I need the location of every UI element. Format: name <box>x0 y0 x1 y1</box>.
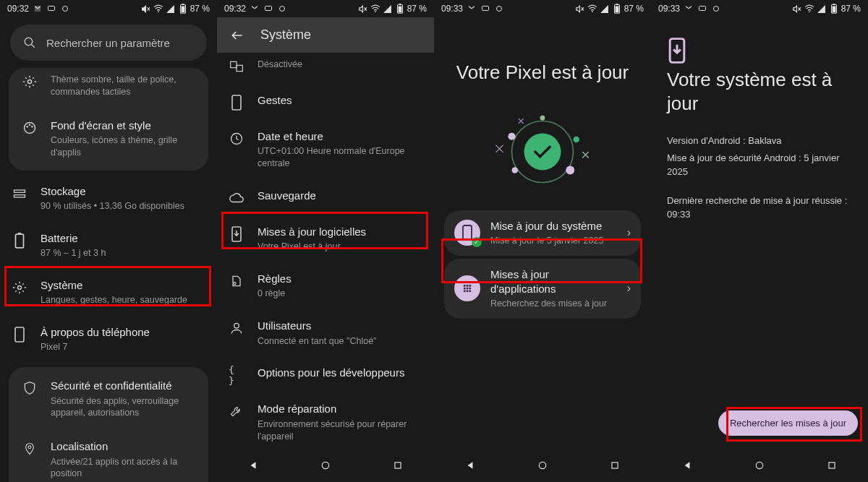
panel-updates: 09:33 87 % Votre Pixel est à jour <box>434 0 651 482</box>
signal-icon <box>383 4 393 14</box>
users-title: Utilisateurs <box>258 319 422 333</box>
svg-point-11 <box>29 124 31 126</box>
item-backup[interactable]: Sauvegarde <box>217 179 434 215</box>
clock-icon <box>229 131 244 147</box>
svg-point-22 <box>280 7 285 12</box>
backup-title: Sauvegarde <box>258 189 422 203</box>
item-repair[interactable]: Mode réparation Environnement sécurisé p… <box>217 392 434 449</box>
location-icon <box>22 441 38 457</box>
shield-icon <box>22 380 38 396</box>
item-sw-updates[interactable]: Mises à jour logicielles Votre Pixel est… <box>217 215 434 262</box>
search-settings[interactable]: Rechercher un paramètre <box>10 25 207 61</box>
wifi-icon <box>804 4 814 14</box>
mute-icon <box>141 4 151 14</box>
rules-sub: 0 règle <box>258 288 422 300</box>
about-sub: Pixel 7 <box>41 341 205 353</box>
svg-rect-49 <box>463 225 472 240</box>
chevron-right-icon: › <box>627 282 631 295</box>
storage-sub: 90 % utilisés • 13,36 Go disponibles <box>41 200 205 212</box>
page-title: Système <box>260 27 311 43</box>
status-battery-pct: 87 % <box>407 4 427 14</box>
nav-bar <box>651 449 868 482</box>
gmail-icon <box>33 4 43 14</box>
back-arrow-icon[interactable] <box>230 28 244 43</box>
item-security[interactable]: Sécurité et confidentialité Sécurité des… <box>9 369 208 429</box>
location-sub: Activée/21 applis ont accès à la positio… <box>51 456 195 481</box>
phone-download-icon: ✓ <box>454 220 480 246</box>
wifi-icon <box>587 4 597 14</box>
nav-home[interactable] <box>319 459 332 472</box>
item-system[interactable]: Système Langues, gestes, heure, sauvegar… <box>0 269 217 316</box>
svg-point-12 <box>31 126 33 128</box>
screenshot-row: 09:32 87 % Rechercher un paramètre Thème… <box>0 0 868 482</box>
search-icon <box>23 36 36 49</box>
battery-icon <box>395 4 405 14</box>
item-display-partial[interactable]: Thème sombre, taille de police, commande… <box>9 69 208 108</box>
battery-sub: 87 % – 1 j et 3 h <box>41 247 205 259</box>
last-check: Dernière recherche de mise à jour réussi… <box>651 192 868 223</box>
item-storage[interactable]: Stockage 90 % utilisés • 13,36 Go dispon… <box>0 175 217 222</box>
nav-home[interactable] <box>536 459 549 472</box>
svg-rect-18 <box>15 327 24 342</box>
svg-point-43 <box>524 133 561 170</box>
gmail-icon <box>684 4 694 14</box>
item-battery[interactable]: Batterie 87 % – 1 j et 3 h <box>0 222 217 269</box>
nav-recents[interactable] <box>391 459 404 472</box>
display-sub: Thème sombre, taille de police, commande… <box>51 74 195 98</box>
chevron-right-icon: › <box>627 226 631 239</box>
wrench-icon <box>229 403 244 419</box>
signal-icon <box>166 4 176 14</box>
svg-point-38 <box>592 11 593 12</box>
braces-icon: { } <box>229 367 244 383</box>
translate-icon <box>229 59 244 74</box>
datetime-title: Date et heure <box>258 129 422 144</box>
item-users[interactable]: Utilisateurs Connecté en tant que "Chloé… <box>217 309 434 356</box>
nav-back[interactable] <box>464 459 477 472</box>
card-system-update[interactable]: ✓ Mise à jour du système Mise à jour le … <box>444 210 641 256</box>
rules-icon <box>229 273 244 289</box>
translate-sub: Désactivée <box>258 59 422 71</box>
success-graphic <box>434 92 651 205</box>
system-sub: Langues, gestes, heure, sauvegarde <box>41 294 205 306</box>
nav-home[interactable] <box>753 459 766 472</box>
svg-point-58 <box>469 291 471 293</box>
item-wallpaper[interactable]: Fond d'écran et style Couleurs, icônes à… <box>9 108 208 169</box>
svg-rect-14 <box>14 194 25 197</box>
svg-rect-40 <box>616 4 618 4</box>
item-dev-options[interactable]: { } Options pour les développeurs <box>217 356 434 392</box>
item-datetime[interactable]: Date et heure UTC+01:00 Heure normale d'… <box>217 120 434 179</box>
svg-point-2 <box>158 11 159 12</box>
system-title: Système <box>41 278 205 293</box>
svg-rect-60 <box>612 462 618 468</box>
user-icon <box>229 320 244 336</box>
item-translate-partial[interactable]: Désactivée <box>217 53 434 84</box>
storage-title: Stockage <box>41 184 205 199</box>
nav-recents[interactable] <box>825 459 838 472</box>
svg-point-32 <box>234 283 236 285</box>
svg-rect-65 <box>833 4 835 4</box>
svg-rect-5 <box>181 7 184 13</box>
check-updates-button[interactable]: Rechercher les mises à jour <box>718 410 858 436</box>
nav-back[interactable] <box>681 459 694 472</box>
svg-rect-0 <box>48 7 55 11</box>
svg-point-34 <box>322 462 328 468</box>
svg-point-56 <box>464 291 466 293</box>
svg-point-44 <box>508 132 515 139</box>
item-about[interactable]: À propos du téléphone Pixel 7 <box>0 316 217 363</box>
message-icon <box>263 4 273 14</box>
svg-rect-15 <box>16 234 24 248</box>
nav-recents[interactable] <box>608 459 621 472</box>
item-gestures[interactable]: Gestes <box>217 84 434 120</box>
item-location[interactable]: Localisation Activée/21 applis ont accès… <box>9 429 208 482</box>
updates-title: Mises à jour logicielles <box>258 225 422 239</box>
card-app-updates[interactable]: Mises à jour d'applications Recherchez d… <box>444 259 641 319</box>
item-rules[interactable]: Règles 0 règle <box>217 262 434 309</box>
security-title: Sécurité et confidentialité <box>51 379 195 393</box>
status-battery-pct: 87 % <box>841 4 861 14</box>
svg-point-46 <box>566 165 574 174</box>
svg-point-47 <box>512 167 519 173</box>
appupdate-sub: Recherchez des mises à jour <box>490 298 617 310</box>
nav-back[interactable] <box>247 459 260 472</box>
svg-point-37 <box>497 7 502 12</box>
location-title: Localisation <box>51 439 195 454</box>
